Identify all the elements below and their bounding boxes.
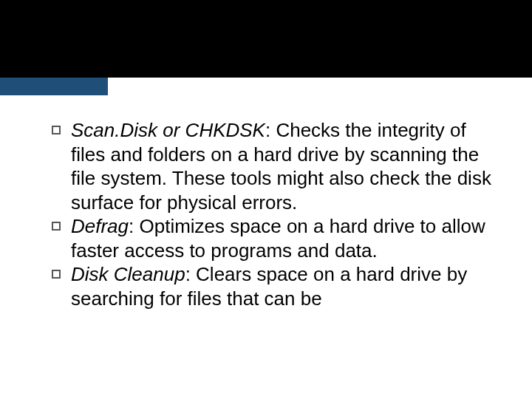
hollow-square-bullet-icon	[52, 126, 61, 134]
slide-content: Scan.Disk or CHKDSK: Checks the integrit…	[52, 118, 495, 310]
hollow-square-bullet-icon	[52, 270, 61, 279]
list-item: Scan.Disk or CHKDSK: Checks the integrit…	[52, 118, 495, 214]
term: Defrag	[71, 215, 129, 237]
term: Scan.Disk or CHKDSK	[71, 119, 265, 141]
top-black-band	[0, 0, 532, 78]
list-item: Disk Cleanup: Clears space on a hard dri…	[52, 262, 495, 310]
term: Disk Cleanup	[71, 263, 185, 285]
bullet-text: Scan.Disk or CHKDSK: Checks the integrit…	[71, 118, 495, 214]
bullet-text: Disk Cleanup: Clears space on a hard dri…	[71, 262, 495, 310]
hollow-square-bullet-icon	[52, 222, 61, 231]
description: : Optimizes space on a hard drive to all…	[71, 215, 485, 262]
bullet-text: Defrag: Optimizes space on a hard drive …	[71, 214, 495, 262]
list-item: Defrag: Optimizes space on a hard drive …	[52, 214, 495, 262]
blue-accent-bar	[0, 78, 108, 95]
